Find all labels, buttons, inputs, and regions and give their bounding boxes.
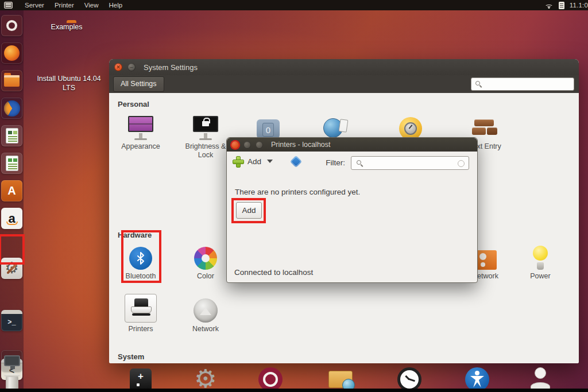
time-date-icon [397, 367, 421, 391]
libreoffice-calc-icon[interactable] [1, 153, 22, 174]
bluetooth-icon [129, 247, 152, 270]
clock[interactable]: 11.1:0 [570, 2, 588, 9]
appearance-icon [127, 116, 154, 140]
settings-item-bluetooth[interactable]: Bluetooth [112, 241, 169, 281]
desktop-icon-install-ubuntu[interactable]: Install Ubuntu 14.04 LTS [32, 74, 106, 92]
minimize-button[interactable]: – [127, 63, 136, 71]
firefox-globe-icon[interactable] [1, 98, 22, 119]
add-printer-button[interactable]: Add [236, 202, 262, 219]
settings-item-user-accounts[interactable]: User Accounts [512, 363, 569, 392]
amazon-icon[interactable]: a [1, 208, 22, 229]
desktop-icon-label: Examples [44, 23, 90, 31]
printer-icon [125, 294, 157, 323]
settings-item-power[interactable]: Power [512, 241, 569, 281]
filter-label: Filter: [326, 158, 345, 167]
status-area: 11.1:0 [545, 2, 588, 9]
details-gear-icon: ⚙ [194, 366, 216, 391]
menu-server[interactable]: Server [20, 0, 49, 10]
settings-item-online-accounts[interactable] [382, 111, 439, 140]
ubuntu-one-icon[interactable]: A [1, 180, 22, 201]
menu-view[interactable]: View [79, 0, 104, 10]
network-sphere-icon [194, 298, 218, 323]
minimize-button[interactable] [243, 141, 251, 149]
menu-printer[interactable]: Printer [49, 0, 79, 10]
language-support-icon [322, 117, 349, 140]
desktop-icon-examples[interactable]: Examples [44, 23, 90, 31]
dash-icon[interactable] [1, 15, 22, 36]
settings-search-input[interactable] [471, 77, 574, 91]
desktop: Server Printer View Help 11.1:0 A a ⚙ >_… [0, 0, 588, 392]
top-menubar: Server Printer View Help 11.1:0 [0, 0, 588, 10]
refresh-icon[interactable] [290, 156, 302, 168]
all-settings-button[interactable]: All Settings [113, 76, 164, 92]
settings-item-brightness-lock[interactable]: Brightness & Lock [177, 111, 234, 160]
section-heading-system: System [118, 352, 144, 361]
power-icon [532, 246, 549, 270]
system-settings-gear-icon[interactable]: ⚙ [1, 258, 22, 279]
close-button[interactable]: ✕ [114, 63, 122, 71]
chevron-down-icon [267, 160, 273, 163]
libreoffice-impress-icon[interactable] [1, 125, 22, 146]
printers-dialog: Printers - localhost Add Filter: There a… [226, 137, 478, 283]
backups-icon [130, 368, 152, 391]
firefox-icon[interactable] [1, 42, 22, 64]
terminal-icon[interactable]: >_ [1, 310, 22, 331]
settings-item-software-updates[interactable]: Software & Updates [313, 363, 370, 392]
close-button[interactable] [231, 141, 239, 149]
section-heading-personal: Personal [118, 100, 149, 108]
settings-toolbar: All Settings [109, 75, 579, 93]
settings-item-printers[interactable]: Printers [112, 294, 169, 333]
online-accounts-icon [399, 117, 422, 140]
settings-titlebar[interactable]: ✕ – System Settings [109, 59, 579, 75]
add-dropdown-button[interactable]: Add [233, 156, 273, 166]
settings-item-time-date[interactable]: Time & Date [381, 363, 438, 392]
printers-titlebar[interactable]: Printers - localhost [227, 138, 477, 152]
search-icon [475, 81, 480, 86]
empty-message: There are no printers configured yet. [235, 188, 360, 196]
landscape-icon [258, 367, 283, 391]
unity-launcher: A a ⚙ >_ < [0, 10, 24, 392]
settings-item-language-support[interactable] [307, 111, 364, 140]
maximize-button[interactable] [256, 141, 263, 149]
filter-input[interactable] [351, 156, 469, 170]
status-text: Connected to localhost [234, 268, 313, 277]
clear-icon[interactable] [458, 160, 465, 167]
section-heading-hardware: Hardware [118, 231, 152, 239]
app-window-icon[interactable] [4, 2, 13, 9]
color-icon [194, 247, 217, 270]
settings-item-details[interactable]: ⚙ Details [177, 363, 234, 392]
menu-help[interactable]: Help [103, 0, 127, 10]
settings-item-network-proxy[interactable]: Network [177, 294, 234, 333]
brightness-lock-icon [192, 116, 219, 140]
search-icon [357, 160, 361, 165]
plus-icon [233, 156, 243, 166]
bottom-bar [0, 389, 588, 392]
settings-item-landscape[interactable]: Landscape Service [242, 363, 299, 392]
universal-access-icon [465, 367, 489, 391]
settings-item-universal-access[interactable]: Universal Access [448, 363, 506, 392]
settings-item-appearance[interactable]: Appearance [112, 111, 169, 151]
displays-icon[interactable] [1, 350, 22, 371]
files-icon[interactable] [1, 70, 22, 91]
indicator-icon[interactable] [559, 2, 564, 9]
settings-item-color[interactable]: Color [177, 241, 234, 281]
printers-toolbar: Add Filter: [227, 152, 477, 176]
user-accounts-icon [528, 367, 552, 391]
dialog-title: Printers - localhost [271, 141, 331, 149]
text-entry-icon [472, 118, 498, 140]
settings-item-keyboard[interactable]: 0 [239, 111, 297, 140]
settings-item-backups[interactable]: Backups [112, 363, 169, 392]
wifi-icon[interactable] [545, 2, 554, 9]
window-title: System Settings [144, 63, 198, 72]
desktop-icon-label: Install Ubuntu 14.04 LTS [32, 74, 106, 92]
